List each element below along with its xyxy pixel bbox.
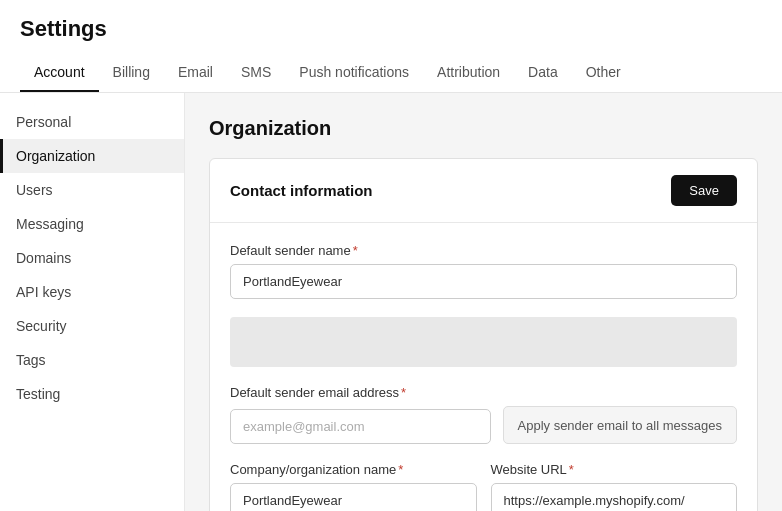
content-area: Organization Contact information Save De…	[185, 93, 782, 511]
sidebar-item-messaging[interactable]: Messaging	[0, 207, 184, 241]
sidebar-item-users[interactable]: Users	[0, 173, 184, 207]
tab-billing[interactable]: Billing	[99, 54, 164, 92]
top-tabs: Account Billing Email SMS Push notificat…	[20, 54, 762, 92]
company-name-label: Company/organization name*	[230, 462, 477, 477]
tab-account[interactable]: Account	[20, 54, 99, 92]
tab-data[interactable]: Data	[514, 54, 572, 92]
sidebar-item-api-keys[interactable]: API keys	[0, 275, 184, 309]
default-sender-email-label: Default sender email address*	[230, 385, 737, 400]
tab-attribution[interactable]: Attribution	[423, 54, 514, 92]
tab-email[interactable]: Email	[164, 54, 227, 92]
required-star-email: *	[401, 385, 406, 400]
tab-sms[interactable]: SMS	[227, 54, 285, 92]
sidebar-item-organization[interactable]: Organization	[0, 139, 184, 173]
contact-info-card: Contact information Save Default sender …	[209, 158, 758, 511]
sidebar-item-tags[interactable]: Tags	[0, 343, 184, 377]
sidebar-item-testing[interactable]: Testing	[0, 377, 184, 411]
tab-push-notifications[interactable]: Push notifications	[285, 54, 423, 92]
gray-placeholder-block	[230, 317, 737, 367]
main-layout: Personal Organization Users Messaging Do…	[0, 93, 782, 511]
default-sender-name-input[interactable]	[230, 264, 737, 299]
company-name-group: Company/organization name*	[230, 462, 477, 511]
app-container: Settings Account Billing Email SMS Push …	[0, 0, 782, 511]
required-star: *	[353, 243, 358, 258]
required-star-company: *	[398, 462, 403, 477]
card-header-title: Contact information	[230, 182, 373, 199]
save-button[interactable]: Save	[671, 175, 737, 206]
company-website-row: Company/organization name* Website URL*	[230, 462, 737, 511]
required-star-website: *	[569, 462, 574, 477]
card-header: Contact information Save	[210, 159, 757, 223]
website-url-label: Website URL*	[491, 462, 738, 477]
sidebar-item-personal[interactable]: Personal	[0, 105, 184, 139]
sidebar-item-domains[interactable]: Domains	[0, 241, 184, 275]
default-sender-email-input[interactable]	[230, 409, 491, 444]
default-sender-name-group: Default sender name*	[230, 243, 737, 299]
apply-sender-email-button[interactable]: Apply sender email to all messages	[503, 406, 738, 444]
default-sender-email-group: Default sender email address* Apply send…	[230, 385, 737, 444]
sidebar: Personal Organization Users Messaging Do…	[0, 93, 185, 511]
card-body: Default sender name* Default sender emai…	[210, 223, 757, 511]
sidebar-item-security[interactable]: Security	[0, 309, 184, 343]
website-url-input[interactable]	[491, 483, 738, 511]
page-header: Settings Account Billing Email SMS Push …	[0, 0, 782, 93]
content-title: Organization	[209, 117, 758, 140]
company-name-input[interactable]	[230, 483, 477, 511]
tab-other[interactable]: Other	[572, 54, 635, 92]
page-title: Settings	[20, 16, 762, 42]
website-url-group: Website URL*	[491, 462, 738, 511]
email-row: Apply sender email to all messages	[230, 406, 737, 444]
default-sender-name-label: Default sender name*	[230, 243, 737, 258]
